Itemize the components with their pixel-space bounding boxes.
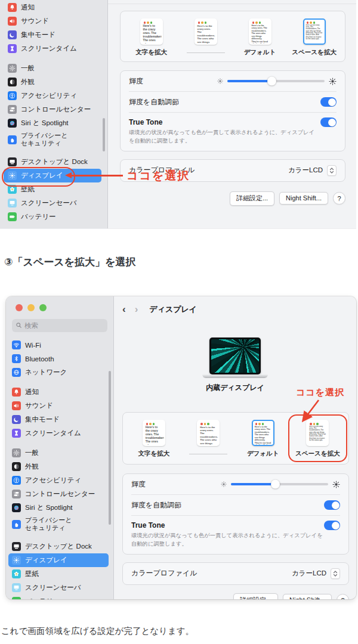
display-scale-option[interactable]: Here's to the crazy ones. The troublemak…: [181, 420, 236, 454]
display-scale-option[interactable]: Here's to the crazy ones. The troublemak…: [126, 420, 181, 458]
sidebar-scrollbar[interactable]: [103, 118, 105, 151]
scale-option-label: [189, 454, 227, 454]
sidebar-item[interactable]: スクリーンセーバ: [6, 581, 113, 595]
sidebar-item[interactable]: バッテリー: [6, 595, 113, 599]
accessibility-icon: [12, 476, 21, 485]
sidebar-item-label: ネットワーク: [25, 368, 67, 377]
night-shift-button[interactable]: Night Shift...: [283, 594, 332, 599]
close-window-icon[interactable]: [16, 304, 23, 311]
brightness-label: 輝度: [129, 76, 217, 86]
scale-thumbnail[interactable]: Here's to the crazy ones. The troublemak…: [249, 18, 271, 45]
display-settings-panel: ‹ › ディスプレイ 内蔵ディスプレイ Here's to the crazy …: [114, 296, 356, 599]
display-scale-option[interactable]: Here's to the crazy ones. The troublemak…: [124, 18, 178, 57]
scale-thumbnail[interactable]: Here's to the crazy ones. The troublemak…: [252, 420, 274, 446]
brightness-slider[interactable]: [221, 481, 340, 488]
scale-option-label: デフォルト: [244, 48, 276, 57]
sidebar-item[interactable]: アクセシビリティ: [0, 89, 107, 103]
sidebar-item[interactable]: Siri と Spotlight: [6, 501, 113, 515]
night-shift-button[interactable]: Night Shift...: [279, 192, 328, 205]
screensaver-icon: [8, 199, 17, 208]
scale-thumbnail[interactable]: Here's to the crazy ones. The troublemak…: [140, 18, 163, 45]
slider-knob[interactable]: [267, 77, 276, 86]
sidebar-item[interactable]: デスクトップと Dock: [6, 540, 113, 553]
auto-brightness-toggle[interactable]: [324, 500, 340, 510]
slider-track[interactable]: [227, 80, 325, 82]
sidebar-item[interactable]: 外観: [0, 75, 107, 89]
scale-thumbnail[interactable]: Here's to the crazy ones. The troublemak…: [143, 420, 165, 446]
true-tone-toggle[interactable]: [324, 521, 340, 530]
sidebar-item-label: スクリーンタイム: [25, 429, 81, 438]
zoom-window-icon[interactable]: [39, 304, 47, 311]
display-scale-option[interactable]: Here's to the crazy ones. The troublemak…: [178, 18, 233, 53]
sidebar-item[interactable]: サウンド: [0, 14, 107, 28]
sidebar-item[interactable]: Bluetooth: [6, 352, 113, 366]
brightness-slider[interactable]: [217, 78, 337, 85]
sidebar-item[interactable]: アクセシビリティ: [6, 473, 113, 487]
macbook-base: [202, 374, 268, 378]
auto-brightness-toggle[interactable]: [320, 97, 337, 107]
display-scale-option[interactable]: Here's to the crazy ones. The troublemak…: [236, 420, 291, 458]
display-icon: [12, 556, 21, 565]
sidebar-item[interactable]: コントロールセンター: [6, 487, 113, 501]
display-scale-option[interactable]: Here's to the crazy ones. The troublemak…: [233, 18, 287, 57]
sidebar-item-label: Siri と Spotlight: [25, 503, 73, 512]
sidebar-item[interactable]: 壁紙: [6, 567, 113, 581]
auto-brightness-row: 輝度を自動調節: [129, 91, 337, 112]
slider-knob[interactable]: [271, 480, 280, 489]
sidebar-item-label: スクリーンタイム: [21, 44, 77, 53]
sidebar-item[interactable]: スクリーンタイム: [6, 426, 113, 440]
hourglass-icon: [8, 44, 17, 53]
appearance-icon: [8, 78, 17, 86]
sidebar-item[interactable]: ネットワーク: [6, 366, 113, 379]
sidebar-item[interactable]: 集中モード: [0, 28, 107, 42]
sidebar-item[interactable]: 集中モード: [6, 413, 113, 426]
sidebar-item[interactable]: Siri と Spotlight: [0, 116, 107, 130]
sidebar-item-label: アクセシビリティ: [21, 91, 77, 100]
advanced-settings-button[interactable]: 詳細設定...: [230, 191, 274, 206]
auto-brightness-row: 輝度を自動調節: [131, 494, 340, 515]
minimize-window-icon[interactable]: [27, 304, 35, 311]
scale-thumbnail[interactable]: Here's to the crazy ones. The troublemak…: [303, 18, 326, 45]
color-profile-value: カラーLCD: [288, 166, 323, 175]
sidebar-item[interactable]: サウンド: [6, 399, 113, 413]
help-button[interactable]: ?: [337, 594, 349, 599]
sidebar-item[interactable]: プライバシーとセキュリティ: [6, 515, 113, 534]
scale-thumbnail[interactable]: Here's to the crazy ones. The troublemak…: [197, 420, 220, 446]
sidebar-item[interactable]: バッテリー: [0, 210, 107, 224]
sidebar-item[interactable]: コントロールセンター: [0, 103, 107, 116]
sidebar-item-label: コントロールセンター: [21, 105, 91, 114]
scale-option-label: スペースを拡大: [292, 48, 336, 57]
sidebar-item-label: 一般: [25, 448, 39, 457]
color-profile-dropdown[interactable]: [327, 165, 337, 176]
true-tone-toggle[interactable]: [320, 117, 337, 127]
sidebar-item[interactable]: 一般: [0, 61, 107, 75]
annotation-select-here-label: ココを選択: [296, 387, 344, 398]
sidebar-item[interactable]: Wi-Fi: [6, 338, 113, 352]
display-scale-option[interactable]: Here's to the crazy ones. The troublemak…: [287, 18, 341, 57]
back-button[interactable]: ‹: [122, 304, 126, 314]
help-button[interactable]: ?: [333, 192, 345, 205]
sidebar-item[interactable]: ディスプレイ: [8, 553, 109, 567]
sidebar-item[interactable]: スクリーンタイム: [0, 42, 107, 55]
bluetooth-icon: [12, 354, 21, 363]
sidebar-item[interactable]: 一般: [6, 446, 113, 460]
sidebar-scrollbar[interactable]: [109, 371, 111, 525]
completion-note: これで画面領域を広げる設定が完了となります。: [1, 626, 194, 637]
advanced-settings-button[interactable]: 詳細設定...: [233, 593, 278, 599]
sidebar-item[interactable]: プライバシーとセキュリティ: [0, 130, 107, 149]
battery-icon: [12, 597, 21, 599]
hourglass-icon: [12, 429, 21, 438]
sidebar-item[interactable]: スクリーンセーバ: [0, 196, 107, 210]
true-tone-label: True Tone: [129, 118, 320, 126]
sidebar-item[interactable]: 通知: [0, 1, 107, 14]
sidebar-item[interactable]: 外観: [6, 460, 113, 473]
footer-buttons: 詳細設定... Night Shift... ?: [122, 593, 349, 599]
sun-bright-icon: [329, 78, 337, 85]
search-input[interactable]: 検索: [12, 319, 107, 332]
slider-track[interactable]: [231, 483, 328, 485]
scale-thumbnail[interactable]: Here's to the crazy ones. The troublemak…: [195, 18, 217, 45]
sidebar-item-label: プライバシーとセキュリティ: [21, 132, 68, 147]
sidebar-item[interactable]: 通知: [6, 385, 113, 399]
color-profile-dropdown[interactable]: [331, 568, 340, 579]
forward-button[interactable]: ›: [135, 304, 138, 314]
